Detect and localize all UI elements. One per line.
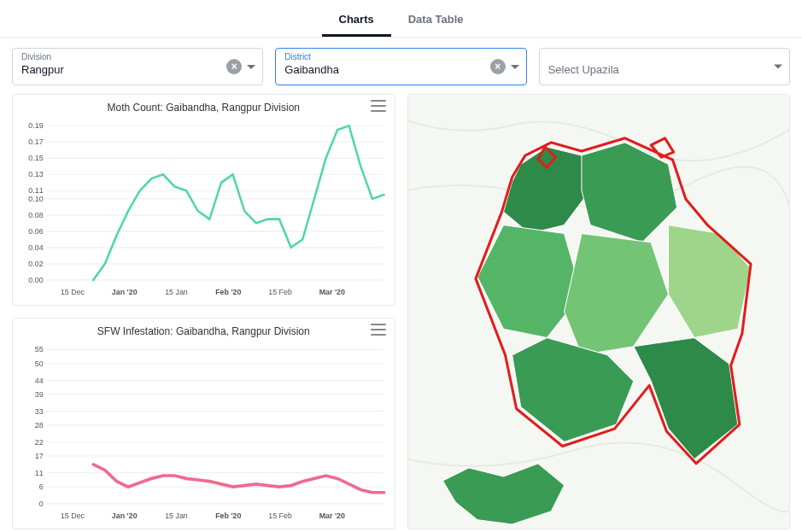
svg-text:28: 28 <box>35 421 44 430</box>
svg-text:44: 44 <box>35 376 44 384</box>
upazila-label <box>548 52 729 62</box>
svg-text:22: 22 <box>35 438 44 447</box>
svg-text:Mar '20: Mar '20 <box>319 287 345 295</box>
svg-text:0: 0 <box>39 500 44 508</box>
chart-menu-icon[interactable] <box>371 100 386 112</box>
svg-text:0.02: 0.02 <box>28 260 43 268</box>
chart-sfw-title: SFW Infestation: Gaibandha, Rangpur Divi… <box>13 325 395 337</box>
upazila-placeholder: Select Upazila <box>548 62 729 78</box>
svg-text:Feb '20: Feb '20 <box>215 287 241 295</box>
svg-text:15 Dec: 15 Dec <box>61 511 85 519</box>
svg-text:15 Jan: 15 Jan <box>165 511 188 519</box>
district-label: District <box>284 52 465 62</box>
svg-text:11: 11 <box>35 469 44 477</box>
tabs: Charts Data Table <box>0 0 802 38</box>
svg-text:15 Jan: 15 Jan <box>165 287 188 295</box>
chart-moth-count-title: Moth Count: Gaibandha, Rangpur Division <box>13 102 395 114</box>
tab-charts[interactable]: Charts <box>322 13 391 37</box>
svg-text:0.15: 0.15 <box>28 154 43 162</box>
svg-text:0.06: 0.06 <box>28 227 43 236</box>
svg-text:15 Feb: 15 Feb <box>268 287 292 295</box>
svg-text:Feb '20: Feb '20 <box>215 511 241 519</box>
svg-text:0.04: 0.04 <box>28 243 43 252</box>
svg-text:0.00: 0.00 <box>28 276 43 284</box>
division-clear-icon[interactable]: × <box>226 59 242 74</box>
svg-text:39: 39 <box>35 390 44 399</box>
svg-text:0.13: 0.13 <box>28 170 43 178</box>
division-select[interactable]: Division Rangpur × <box>12 48 263 85</box>
filters-row: Division Rangpur × District Gaibandha × … <box>0 38 802 94</box>
svg-text:55: 55 <box>35 345 44 354</box>
chart-moth-count-panel: Moth Count: Gaibandha, Rangpur Division … <box>12 94 395 306</box>
svg-text:Jan '20: Jan '20 <box>112 287 138 295</box>
svg-text:6: 6 <box>39 482 44 491</box>
map-svg <box>408 95 790 529</box>
division-value: Rangpur <box>21 62 202 78</box>
chevron-down-icon <box>511 65 519 69</box>
svg-text:15 Dec: 15 Dec <box>61 287 85 295</box>
svg-text:Jan '20: Jan '20 <box>112 511 138 519</box>
district-value: Gaibandha <box>284 62 465 78</box>
district-select[interactable]: District Gaibandha × <box>275 48 526 85</box>
svg-text:0.17: 0.17 <box>28 137 43 146</box>
svg-text:Mar '20: Mar '20 <box>319 511 345 519</box>
svg-text:0.10: 0.10 <box>28 195 43 203</box>
chart-moth-count-body: 0.000.020.040.060.080.100.110.130.150.17… <box>18 120 389 300</box>
chevron-down-icon <box>774 65 782 69</box>
chart-sfw-body: 0611172228333944505515 DecJan '2015 JanF… <box>18 344 389 523</box>
svg-text:0.08: 0.08 <box>28 211 43 219</box>
svg-text:15 Feb: 15 Feb <box>268 511 292 519</box>
svg-text:50: 50 <box>35 360 44 368</box>
map-panel[interactable] <box>407 94 791 529</box>
content-grid: Moth Count: Gaibandha, Rangpur Division … <box>0 94 802 532</box>
svg-text:17: 17 <box>35 452 44 460</box>
district-clear-icon[interactable]: × <box>490 59 506 74</box>
upazila-select[interactable]: Select Upazila <box>539 48 790 85</box>
svg-text:33: 33 <box>35 406 44 415</box>
chart-menu-icon[interactable] <box>371 324 386 336</box>
division-label: Division <box>21 52 202 62</box>
chevron-down-icon <box>247 65 255 69</box>
svg-text:0.11: 0.11 <box>28 186 43 195</box>
svg-text:0.19: 0.19 <box>28 121 43 130</box>
tab-data-table[interactable]: Data Table <box>391 13 481 37</box>
chart-sfw-panel: SFW Infestation: Gaibandha, Rangpur Divi… <box>12 318 395 529</box>
